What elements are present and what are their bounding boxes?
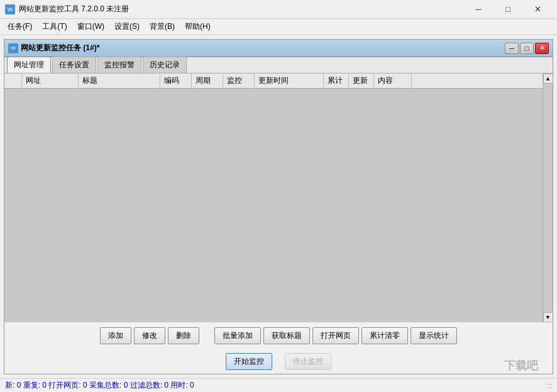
sub-tabs: 网址管理 任务设置 监控报警 历史记录 <box>4 57 553 74</box>
col-header-title: 标题 <box>79 74 160 88</box>
title-bar-buttons: ─ □ ✕ <box>464 0 552 19</box>
task-ctrl-buttons: ─ □ ✕ <box>505 43 549 54</box>
scroll-up-button[interactable]: ▲ <box>543 74 553 84</box>
status-dots: :: <box>548 381 552 390</box>
maximize-button[interactable]: □ <box>494 0 522 19</box>
col-header-monitor: 监控 <box>223 74 255 88</box>
status-text: 新: 0 重复: 0 打开网页: 0 采集总数: 0 过滤总数: 0 用时: 0 <box>5 380 194 391</box>
add-button[interactable]: 添加 <box>100 327 131 344</box>
batch-add-button[interactable]: 批量添加 <box>214 327 261 344</box>
task-title-bar: W 网站更新监控任务 (1#)* ─ □ ✕ <box>4 40 553 57</box>
tab-monitor-alert[interactable]: 监控报警 <box>97 57 141 73</box>
task-close-button[interactable]: ✕ <box>535 43 549 54</box>
task-maximize-button[interactable]: □ <box>520 43 534 54</box>
table-container: 网址 标题 编码 周期 监控 更新时间 累计 更新 内容 ▲ ▼ <box>4 74 553 322</box>
delete-button[interactable]: 删除 <box>168 327 199 344</box>
scrollbar-right: ▲ ▼ <box>543 74 553 322</box>
col-header-updatetime: 更新时间 <box>255 74 324 88</box>
task-minimize-button[interactable]: ─ <box>505 43 519 54</box>
app-icon: W <box>5 4 15 14</box>
menu-window[interactable]: 窗口(W) <box>72 19 109 34</box>
menu-tool[interactable]: 工具(T) <box>37 19 72 34</box>
app-title: 网站更新监控工具 7.2.0.0 未注册 <box>19 4 464 14</box>
table-body <box>4 89 553 322</box>
open-page-button[interactable]: 打开网页 <box>312 327 359 344</box>
table-header: 网址 标题 编码 周期 监控 更新时间 累计 更新 内容 <box>4 74 553 89</box>
tab-url-mgmt[interactable]: 网址管理 <box>7 57 51 73</box>
main-window: W 网站更新监控工具 7.2.0.0 未注册 ─ □ ✕ 任务(F) 工具(T)… <box>0 0 557 392</box>
col-header-code: 编码 <box>160 74 192 88</box>
show-stats-button[interactable]: 显示统计 <box>411 327 457 344</box>
tab-history[interactable]: 历史记录 <box>143 57 187 73</box>
col-header-period: 周期 <box>192 74 223 88</box>
scroll-track[interactable] <box>543 84 553 312</box>
task-title: 网站更新监控任务 (1#)* <box>21 43 505 53</box>
col-header-check <box>4 74 22 88</box>
get-title-button[interactable]: 获取标题 <box>263 327 310 344</box>
edit-button[interactable]: 修改 <box>134 327 165 344</box>
status-bar: 新: 0 重复: 0 打开网页: 0 采集总数: 0 过滤总数: 0 用时: 0… <box>0 378 557 392</box>
title-bar: W 网站更新监控工具 7.2.0.0 未注册 ─ □ ✕ <box>0 0 557 19</box>
menu-settings[interactable]: 设置(S) <box>109 19 145 34</box>
col-header-update: 更新 <box>349 74 374 88</box>
control-row: 开始监控 停止监控 <box>4 349 553 374</box>
stop-monitor-button: 停止监控 <box>285 353 331 370</box>
task-icon: W <box>8 43 18 53</box>
col-header-content: 内容 <box>374 74 412 88</box>
col-header-total: 累计 <box>324 74 349 88</box>
clear-total-button[interactable]: 累计清零 <box>361 327 408 344</box>
scroll-down-button[interactable]: ▼ <box>543 312 553 322</box>
menu-bar: 任务(F) 工具(T) 窗口(W) 设置(S) 背景(B) 帮助(H) <box>0 19 557 35</box>
minimize-button[interactable]: ─ <box>464 0 493 19</box>
start-monitor-button[interactable]: 开始监控 <box>226 353 272 370</box>
tab-task-settings[interactable]: 任务设置 <box>52 57 96 73</box>
close-button[interactable]: ✕ <box>523 0 552 19</box>
menu-background[interactable]: 背景(B) <box>145 19 180 34</box>
task-window: W 网站更新监控任务 (1#)* ─ □ ✕ 网址管理 任务设置 监控报警 历史… <box>4 39 553 374</box>
button-row: 添加 修改 删除 批量添加 获取标题 打开网页 累计清零 显示统计 <box>4 322 553 349</box>
content-area: W 网站更新监控任务 (1#)* ─ □ ✕ 网址管理 任务设置 监控报警 历史… <box>0 35 557 378</box>
col-header-url: 网址 <box>22 74 79 88</box>
menu-task[interactable]: 任务(F) <box>3 19 37 34</box>
menu-help[interactable]: 帮助(H) <box>180 19 216 34</box>
